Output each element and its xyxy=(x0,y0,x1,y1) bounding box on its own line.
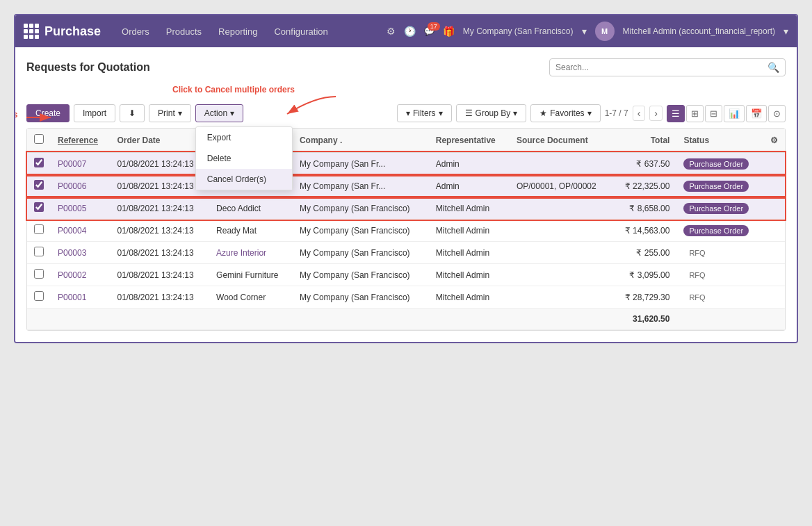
chart-view-icon[interactable]: 📊 xyxy=(724,105,745,122)
table-row[interactable]: P00007 01/08/2021 13:24:13 Ready Mat My … xyxy=(27,152,785,175)
action-label: Action xyxy=(204,108,227,118)
row-reference[interactable]: P00003 xyxy=(51,242,111,264)
table-row[interactable]: P00004 01/08/2021 13:24:13 Ready Mat My … xyxy=(27,220,785,242)
nav-products[interactable]: Products xyxy=(159,24,209,40)
row-checkbox[interactable] xyxy=(34,291,44,301)
row-checkbox[interactable] xyxy=(34,247,44,256)
company-dropdown-icon[interactable]: ▾ xyxy=(582,26,587,37)
row-checkbox-cell[interactable] xyxy=(27,175,51,197)
total-value: 31,620.50 xyxy=(612,309,677,330)
select-all-checkbox[interactable] xyxy=(34,134,44,144)
row-reference[interactable]: P00005 xyxy=(51,197,111,220)
table-row[interactable]: P00006 01/08/2021 13:24:13 Wood Corner M… xyxy=(27,175,785,197)
row-checkbox[interactable] xyxy=(34,180,44,190)
table-head: Reference Order Date Vendor Company . Re… xyxy=(27,129,785,152)
ref-link[interactable]: P00001 xyxy=(58,293,86,302)
action-delete[interactable]: Delete xyxy=(196,148,292,169)
col-reference[interactable]: Reference xyxy=(51,129,111,152)
nav-reporting[interactable]: Reporting xyxy=(211,24,264,40)
print-button[interactable]: Print ▾ xyxy=(149,104,191,122)
row-checkbox[interactable] xyxy=(34,158,44,167)
row-date: 01/08/2021 13:24:13 xyxy=(111,175,210,197)
row-checkbox-cell[interactable] xyxy=(27,197,51,220)
settings-icon[interactable]: ⚙ xyxy=(387,26,396,37)
row-checkbox-cell[interactable] xyxy=(27,152,51,175)
ref-link[interactable]: P00005 xyxy=(58,204,86,213)
content-area: Requests for Quotation 🔍 Click to Cancel… xyxy=(15,47,797,342)
company-selector[interactable]: My Company (San Francisco) xyxy=(463,26,574,36)
search-icon[interactable]: 🔍 xyxy=(768,62,779,73)
row-checkbox-cell[interactable] xyxy=(27,264,51,286)
download-button[interactable]: ⬇ xyxy=(120,104,145,122)
activity-view-icon[interactable]: ⊙ xyxy=(768,105,786,122)
row-checkbox-cell[interactable] xyxy=(27,220,51,242)
filters-chevron: ▾ xyxy=(439,108,443,118)
col-settings[interactable]: ⚙ xyxy=(763,129,785,152)
kanban-view-icon[interactable]: ⊞ xyxy=(686,105,704,122)
ref-link[interactable]: P00007 xyxy=(58,159,86,169)
ref-link[interactable]: P00006 xyxy=(58,181,86,191)
row-reference[interactable]: P00001 xyxy=(51,286,111,309)
chat-badge-count: 17 xyxy=(428,22,440,31)
row-extra xyxy=(763,152,785,175)
ref-link[interactable]: P00004 xyxy=(58,226,86,236)
user-name[interactable]: Mitchell Admin (account_financial_report… xyxy=(623,26,775,36)
col-total[interactable]: Total xyxy=(612,129,677,152)
grid-view-icon[interactable]: ⊟ xyxy=(705,105,722,122)
clock-icon[interactable]: 🕐 xyxy=(404,26,416,37)
pagination-next[interactable]: › xyxy=(649,106,663,121)
nav-configuration[interactable]: Configuration xyxy=(267,24,334,40)
table-body: P00007 01/08/2021 13:24:13 Ready Mat My … xyxy=(27,152,785,330)
ref-link[interactable]: P00002 xyxy=(58,270,86,280)
pagination-prev[interactable]: ‹ xyxy=(633,106,646,121)
row-status: RFQ xyxy=(676,264,763,286)
download-icon: ⬇ xyxy=(129,108,136,118)
action-button[interactable]: Action ▾ xyxy=(195,104,243,122)
group-by-button[interactable]: ☰ Group By ▾ xyxy=(456,104,527,122)
table-row[interactable]: P00002 01/08/2021 13:24:13 Gemini Furnit… xyxy=(27,264,785,286)
favorites-button[interactable]: ★ Favorites ▾ xyxy=(530,104,600,122)
row-checkbox[interactable] xyxy=(34,202,44,212)
col-status[interactable]: Status xyxy=(676,129,763,152)
table-row[interactable]: P00003 01/08/2021 13:24:13 Azure Interio… xyxy=(27,242,785,264)
group-by-chevron: ▾ xyxy=(513,108,517,118)
col-order-date[interactable]: Order Date xyxy=(111,129,210,152)
nav-orders[interactable]: Orders xyxy=(115,24,156,40)
user-dropdown-icon[interactable]: ▾ xyxy=(783,26,788,37)
row-checkbox[interactable] xyxy=(34,269,44,279)
view-icons: ☰ ⊞ ⊟ 📊 📅 ⊙ xyxy=(667,105,786,122)
col-source[interactable]: Source Document xyxy=(510,129,612,152)
table-row[interactable]: P00001 01/08/2021 13:24:13 Wood Corner M… xyxy=(27,286,785,309)
row-date: 01/08/2021 13:24:13 xyxy=(111,242,210,264)
row-reference[interactable]: P00007 xyxy=(51,152,111,175)
row-total: ₹ 22,325.00 xyxy=(612,175,677,197)
row-rep: Mitchell Admin xyxy=(429,220,510,242)
row-date: 01/08/2021 13:24:13 xyxy=(111,264,210,286)
status-badge: RFQ xyxy=(683,247,710,258)
list-view-icon[interactable]: ☰ xyxy=(667,105,685,122)
table-row[interactable]: P00005 01/08/2021 13:24:13 Deco Addict M… xyxy=(27,197,785,220)
app-container: Purchase Orders Products Reporting Confi… xyxy=(14,14,798,343)
action-export[interactable]: Export xyxy=(196,127,292,148)
filters-button[interactable]: ▾ Filters ▾ xyxy=(397,104,452,122)
row-rep: Mitchell Admin xyxy=(429,264,510,286)
navbar-logo[interactable]: Purchase xyxy=(24,24,101,39)
gift-icon[interactable]: 🎁 xyxy=(443,26,455,37)
select-all-header[interactable] xyxy=(27,129,51,152)
row-reference[interactable]: P00002 xyxy=(51,264,111,286)
row-reference[interactable]: P00004 xyxy=(51,220,111,242)
col-company[interactable]: Company . xyxy=(293,129,429,152)
row-source xyxy=(510,286,612,309)
annotation-area: Click to Cancel multiple orders xyxy=(26,83,786,104)
import-button[interactable]: Import xyxy=(74,104,115,122)
chat-icon[interactable]: 💬 17 xyxy=(424,26,435,36)
calendar-view-icon[interactable]: 📅 xyxy=(746,105,767,122)
row-checkbox-cell[interactable] xyxy=(27,286,51,309)
row-checkbox[interactable] xyxy=(34,224,44,234)
action-cancel-orders[interactable]: Cancel Order(s) xyxy=(196,169,292,190)
row-reference[interactable]: P00006 xyxy=(51,175,111,197)
row-checkbox-cell[interactable] xyxy=(27,242,51,264)
col-rep[interactable]: Representative xyxy=(429,129,510,152)
ref-link[interactable]: P00003 xyxy=(58,248,86,258)
search-input[interactable] xyxy=(555,63,768,72)
